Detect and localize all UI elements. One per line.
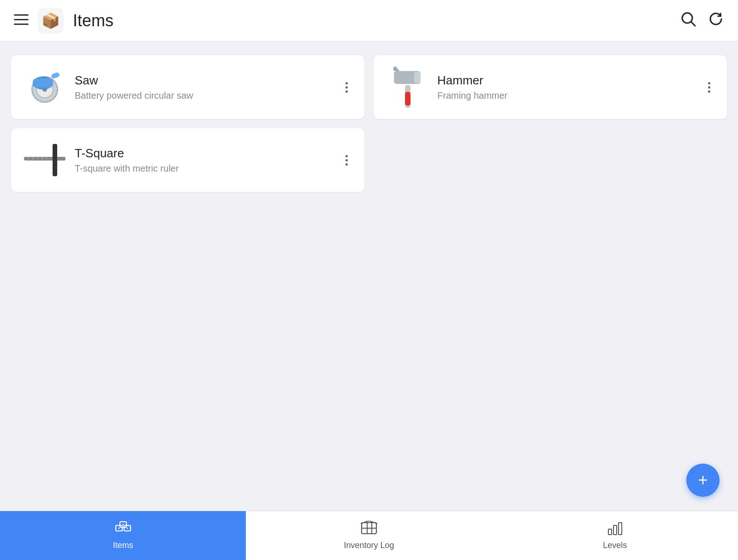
nav-item-items[interactable]: Items xyxy=(0,511,246,560)
svg-rect-33 xyxy=(608,529,612,535)
svg-rect-2 xyxy=(14,24,29,25)
svg-rect-1 xyxy=(14,19,29,20)
saw-more-button[interactable] xyxy=(342,78,351,96)
saw-info: Saw Battery powered circular saw xyxy=(75,73,333,101)
items-nav-icon xyxy=(115,521,131,538)
items-grid: Saw Battery powered circular saw xyxy=(11,55,727,192)
bottom-nav: Items Inventory Log Levels xyxy=(0,511,738,560)
svg-rect-15 xyxy=(414,72,421,83)
saw-desc: Battery powered circular saw xyxy=(75,90,333,101)
item-card-saw[interactable]: Saw Battery powered circular saw xyxy=(11,55,364,119)
more-icon xyxy=(708,82,710,93)
plus-icon: + xyxy=(698,472,708,489)
svg-rect-0 xyxy=(14,14,29,16)
svg-point-27 xyxy=(126,528,128,529)
item-card-tsquare[interactable]: T-Square T-square with metric ruler xyxy=(11,128,364,192)
svg-rect-11 xyxy=(51,71,60,79)
levels-nav-label: Levels xyxy=(603,541,627,550)
app-icon: 📦 xyxy=(38,8,64,34)
svg-point-28 xyxy=(122,524,124,525)
svg-point-26 xyxy=(118,528,119,529)
saw-icon xyxy=(25,70,65,105)
nav-item-inventory-log[interactable]: Inventory Log xyxy=(246,511,492,560)
inventory-log-nav-icon xyxy=(361,521,377,538)
hammer-name: Hammer xyxy=(437,73,695,88)
more-icon xyxy=(345,155,348,166)
hamburger-icon xyxy=(14,12,29,29)
tsquare-desc: T-square with metric ruler xyxy=(75,163,333,174)
hammer-info: Hammer Framing hammer xyxy=(437,73,695,101)
item-card-hammer[interactable]: Hammer Framing hammer xyxy=(374,55,727,119)
hammer-desc: Framing hammer xyxy=(437,90,695,101)
saw-icon-area xyxy=(24,66,65,108)
hammer-icon-area xyxy=(387,66,428,108)
add-item-fab[interactable]: + xyxy=(686,464,720,497)
svg-rect-13 xyxy=(405,92,411,106)
search-button[interactable] xyxy=(680,11,696,31)
saw-name: Saw xyxy=(75,73,333,88)
tsquare-icon xyxy=(24,144,65,176)
tsquare-icon-area xyxy=(24,139,65,181)
svg-rect-10 xyxy=(33,78,53,88)
refresh-button[interactable] xyxy=(708,11,724,31)
main-content: Saw Battery powered circular saw xyxy=(0,42,738,511)
page-title: Items xyxy=(73,11,113,30)
hammer-icon xyxy=(390,66,425,108)
menu-button[interactable] xyxy=(14,12,29,29)
tsquare-name: T-Square xyxy=(75,146,333,161)
tsquare-more-button[interactable] xyxy=(342,151,351,169)
svg-line-4 xyxy=(691,22,695,26)
nav-item-levels[interactable]: Levels xyxy=(492,511,738,560)
refresh-icon xyxy=(708,11,724,31)
svg-rect-35 xyxy=(619,523,622,535)
hammer-more-button[interactable] xyxy=(704,78,714,96)
levels-nav-icon xyxy=(607,521,623,538)
items-nav-label: Items xyxy=(113,541,133,550)
header-actions xyxy=(680,11,724,31)
svg-rect-34 xyxy=(613,525,617,535)
svg-rect-17 xyxy=(53,144,57,176)
header: 📦 Items xyxy=(0,0,738,42)
search-icon xyxy=(680,11,696,31)
more-icon xyxy=(345,82,348,93)
inventory-log-nav-label: Inventory Log xyxy=(344,541,394,550)
svg-rect-16 xyxy=(24,157,65,161)
tsquare-info: T-Square T-square with metric ruler xyxy=(75,146,333,174)
header-left: 📦 Items xyxy=(14,8,680,34)
